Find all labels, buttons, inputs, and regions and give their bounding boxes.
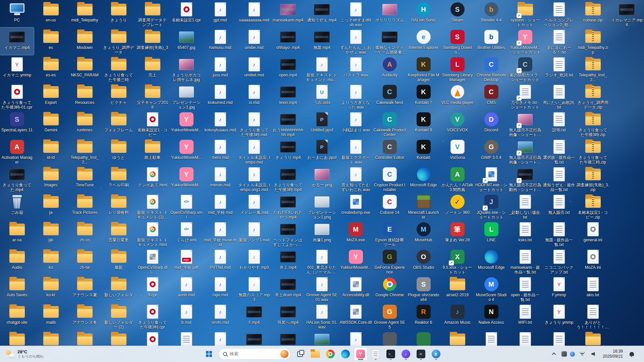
- network-button[interactable]: [578, 349, 587, 359]
- desktop-icon[interactable]: ♪よりうさぎくなった.wav: [339, 82, 373, 110]
- desktop-icon[interactable]: ♪HALion Sonic 01.wav: [305, 302, 339, 330]
- desktop-icon[interactable]: [440, 330, 474, 346]
- desktop-icon[interactable]: Telepathy_Inst_2...: [68, 137, 102, 165]
- desktop-icon[interactable]: プレゼンテーション1.png: [305, 192, 339, 220]
- desktop-icon[interactable]: Microsoft Edge: [407, 165, 440, 192]
- desktop-icon[interactable]: 新しいフォルダー: [102, 275, 136, 302]
- desktop-icon[interactable]: 調査練習(失敗)_3.zip: [576, 165, 610, 192]
- desktop-icon[interactable]: AActivation Manager: [0, 137, 34, 165]
- desktop-icon[interactable]: ♪答え知ってたむずいわこれ.wav: [339, 165, 373, 192]
- desktop-icon[interactable]: ♪umibe.mid: [237, 27, 271, 55]
- desktop-icon[interactable]: chatgpt-site: [0, 302, 34, 330]
- desktop-icon[interactable]: ♪小銭詰まり.wav: [339, 110, 373, 137]
- desktop-icon[interactable]: createdump.exe: [339, 192, 373, 220]
- desktop-icon[interactable]: F.mp4: [237, 302, 271, 330]
- desktop-icon[interactable]: ヘルスコンプレッション2_歌詞.txt: [542, 0, 576, 27]
- desktop-icon[interactable]: イカレマニア.mp4: [610, 0, 644, 27]
- desktop-icon[interactable]: [474, 330, 508, 346]
- desktop-icon[interactable]: Minecraft Launcher: [407, 192, 440, 220]
- desktop-icon[interactable]: ♪gpt.mid: [203, 0, 237, 27]
- desktop-icon[interactable]: ♪無題のスコア.mp3: [237, 275, 271, 302]
- desktop-icon[interactable]: Google Chrome: [373, 275, 407, 302]
- desktop-icon[interactable]: ゆうと: [102, 137, 136, 165]
- desktop-icon[interactable]: GGIMP 3.0.4: [474, 137, 508, 165]
- desktop-icon[interactable]: イカマニ.mp4: [0, 27, 34, 55]
- desktop-icon[interactable]: [373, 330, 407, 346]
- desktop-icon[interactable]: ♪わかりやす.mp3: [237, 247, 271, 275]
- desktop-icon[interactable]: malib: [34, 302, 68, 330]
- desktop-icon[interactable]: ar-sa: [0, 220, 34, 247]
- desktop-icon[interactable]: MoZA.ini: [576, 247, 610, 275]
- clock[interactable]: 16:39 2025/09/21: [601, 348, 624, 360]
- desktop-icon[interactable]: 無人販売.txt: [542, 192, 576, 220]
- desktop-icon[interactable]: ♪タイトル未設定, tempo.mid: [237, 137, 271, 165]
- desktop-icon[interactable]: ありがとう！！！！！！.txt: [576, 302, 610, 330]
- desktop-icon[interactable]: PUntitled.ppsf: [305, 110, 339, 137]
- desktop-icon[interactable]: ♪: [203, 330, 237, 346]
- desktop-icon[interactable]: YYukkuriMovieM...: [169, 165, 203, 192]
- taskbar-chrome-button[interactable]: [324, 347, 337, 361]
- desktop-icon[interactable]: [68, 330, 102, 346]
- desktop-icon[interactable]: bBlender 4.4: [474, 0, 508, 27]
- desktop-icon[interactable]: </>くらび.xml: [169, 220, 203, 247]
- desktop-icon[interactable]: ♪ずんだもん_しおかぜふ.wav: [339, 27, 373, 55]
- desktop-icon[interactable]: CController Editor: [373, 137, 407, 165]
- desktop-icon[interactable]: KKeepforest File Manager: [407, 55, 440, 82]
- desktop-icon[interactable]: CChrome Remote Desktop: [474, 55, 508, 82]
- taskbar-browser-app-button[interactable]: e: [429, 347, 443, 361]
- desktop-icon[interactable]: LLINE: [474, 220, 508, 247]
- taskbar-media-app-button[interactable]: ♪: [399, 347, 413, 361]
- desktop-icon[interactable]: Track Pictures: [68, 192, 102, 220]
- desktop-icon[interactable]: 井上.mp4: [271, 247, 305, 275]
- desktop-icon[interactable]: teion.mp4: [271, 82, 305, 110]
- desktop-icon[interactable]: Aかんたん！AITalk 3 関西風: [440, 165, 474, 192]
- desktop-icon[interactable]: zh-cn: [68, 220, 102, 247]
- desktop-icon[interactable]: [102, 330, 136, 346]
- desktop-icon[interactable]: VVoiSona: [440, 137, 474, 165]
- taskbar-yukkuri-movie-maker-button[interactable]: Y: [354, 347, 367, 361]
- desktop-icon[interactable]: Pおーまにあ.ppsf: [305, 137, 339, 165]
- desktop-icon[interactable]: eInternet Explorer: [407, 27, 440, 55]
- tray-overflow-button[interactable]: [550, 349, 558, 359]
- desktop-icon[interactable]: レジ袋有料: [102, 192, 136, 220]
- desktop-icon[interactable]: きょうり食ってた午後3時.cpr: [136, 302, 169, 330]
- desktop-icon[interactable]: きょうりボカコレ用サムネ.jpg: [169, 55, 203, 82]
- desktop-icon[interactable]: [34, 330, 68, 346]
- desktop-icon[interactable]: ko: [34, 247, 68, 275]
- desktop-icon[interactable]: manisekarin - 親作品一覧.txt: [508, 247, 542, 275]
- desktop-icon[interactable]: CCakewalk Product Center: [373, 110, 407, 137]
- desktop-icon[interactable]: [237, 330, 271, 346]
- desktop-icon[interactable]: 井上drum.mp4: [271, 275, 305, 302]
- desktop-icon[interactable]: 最新: [102, 247, 136, 275]
- desktop-icon[interactable]: ♪b.mid: [169, 302, 203, 330]
- taskbar-terminal-button[interactable]: >_: [384, 347, 397, 361]
- desktop-icon[interactable]: Microsoft Edge: [474, 247, 508, 275]
- desktop-icon[interactable]: es-es: [34, 55, 68, 82]
- desktop-icon[interactable]: ラジオ_歌詞.txt: [542, 55, 576, 82]
- desktop-icon[interactable]: ♪タイトル未設定, tempo.orig1.mid: [237, 165, 271, 192]
- desktop-icon[interactable]: CCrypton Product Installer: [373, 165, 407, 192]
- weather-widget[interactable]: 28°C くもりのち晴れ: [3, 348, 47, 360]
- desktop-icon[interactable]: [271, 330, 305, 346]
- desktop-icon[interactable]: 死にたい_ぬ歌詞.txt: [542, 82, 576, 110]
- desktop-icon[interactable]: ♪新規エクスポート.wav: [339, 137, 373, 165]
- desktop-icon[interactable]: midi_Telepathy: [68, 0, 102, 27]
- desktop-icon[interactable]: RReaktor 6: [407, 302, 440, 330]
- tray-app-icon[interactable]: [561, 351, 567, 357]
- desktop-icon[interactable]: 孤独なインディーゲーム開発者の一生...: [373, 27, 407, 55]
- taskbar-task-view-button[interactable]: [293, 347, 307, 361]
- desktop-icon[interactable]: cubase.zip: [576, 0, 610, 27]
- desktop-icon[interactable]: [169, 330, 203, 346]
- desktop-icon[interactable]: ポリリリリズム: [373, 0, 407, 27]
- desktop-icon[interactable]: ♪meroin.mid: [203, 165, 237, 192]
- desktop-icon[interactable]: es: [34, 27, 68, 55]
- desktop-icon[interactable]: NKSC_PARAM: [68, 55, 102, 82]
- desktop-icon[interactable]: ♪メドレー風.mid: [237, 192, 271, 220]
- desktop-icon[interactable]: かるー.png: [305, 165, 339, 192]
- desktop-icon[interactable]: ニコニコバックアップ.txt: [542, 247, 576, 275]
- desktop-icon[interactable]: [508, 330, 542, 346]
- volume-button[interactable]: [590, 349, 598, 359]
- desktop-icon[interactable]: 選択肢 - 親作品一覧.txt: [542, 137, 576, 165]
- desktop-icon[interactable]: PC: [0, 0, 34, 27]
- desktop-icon[interactable]: Uうみ.ustx: [305, 82, 339, 110]
